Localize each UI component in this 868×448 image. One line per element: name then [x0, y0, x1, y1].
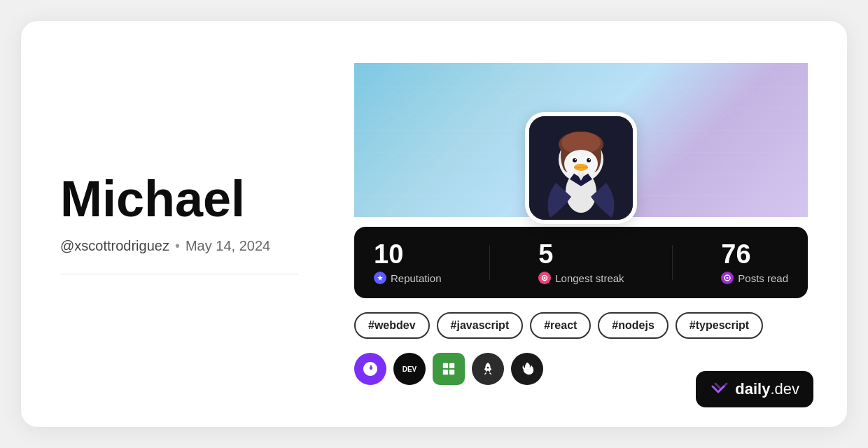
- svg-point-14: [589, 159, 590, 160]
- svg-rect-26: [449, 370, 454, 374]
- posts-read-value: 76: [721, 241, 788, 267]
- svg-marker-18: [377, 275, 383, 281]
- user-meta: @xscottrodriguez • May 14, 2024: [60, 238, 298, 254]
- profile-card: Michael @xscottrodriguez • May 14, 2024: [21, 21, 847, 427]
- divider: [60, 274, 298, 274]
- left-section: Michael @xscottrodriguez • May 14, 2024: [60, 174, 298, 274]
- stat-divider-2: [672, 245, 673, 280]
- join-date: May 14, 2024: [186, 238, 270, 254]
- avatar-wrapper: [525, 112, 637, 224]
- source-producthunt[interactable]: [354, 353, 386, 385]
- tags-section: #webdev #javascript #react #nodejs #type…: [354, 312, 808, 339]
- svg-point-12: [587, 158, 591, 162]
- stats-bar: 10 Reputation 5 Longest: [354, 227, 808, 298]
- reputation-icon: [374, 272, 386, 284]
- avatar-background: [525, 112, 637, 224]
- streak-label: Longest streak: [555, 272, 624, 284]
- stat-posts-read: 76 Posts read: [721, 241, 788, 284]
- avatar-mascot-svg: [529, 116, 633, 220]
- user-name: Michael: [60, 174, 298, 224]
- daily-dev-logo-icon: [710, 379, 729, 399]
- right-section: 10 Reputation 5 Longest: [354, 63, 808, 385]
- user-handle: @xscottrodriguez: [60, 238, 169, 254]
- source-freecodecamp[interactable]: [511, 353, 543, 385]
- avatar: [529, 116, 633, 220]
- svg-point-20: [544, 277, 546, 279]
- streak-icon: [538, 272, 551, 284]
- reputation-label: Reputation: [391, 272, 442, 284]
- svg-rect-23: [443, 363, 448, 368]
- tag-javascript[interactable]: #javascript: [437, 312, 524, 339]
- source-hackernews[interactable]: [433, 353, 465, 385]
- svg-point-11: [573, 158, 577, 162]
- tag-typescript[interactable]: #typescript: [676, 312, 763, 339]
- profile-banner: [354, 63, 808, 217]
- svg-point-22: [727, 277, 729, 279]
- posts-read-icon: [721, 272, 734, 284]
- svg-point-13: [575, 159, 576, 160]
- stat-divider-1: [489, 245, 490, 280]
- daily-logo-text: daily.dev: [735, 380, 799, 398]
- posts-read-label-row: Posts read: [721, 272, 788, 284]
- reputation-value: 10: [374, 241, 442, 267]
- reputation-label-row: Reputation: [374, 272, 442, 284]
- svg-rect-24: [449, 363, 454, 368]
- source-devto[interactable]: DEV: [393, 353, 426, 385]
- streak-value: 5: [538, 241, 624, 267]
- stat-streak: 5 Longest streak: [538, 241, 624, 284]
- posts-read-label: Posts read: [738, 272, 788, 284]
- svg-rect-25: [443, 370, 448, 374]
- tag-webdev[interactable]: #webdev: [354, 312, 430, 339]
- stat-reputation: 10 Reputation: [374, 241, 442, 284]
- meta-separator: •: [175, 238, 180, 254]
- profile-visual: 10 Reputation 5 Longest: [354, 63, 808, 298]
- tag-nodejs[interactable]: #nodejs: [598, 312, 668, 339]
- tag-react[interactable]: #react: [530, 312, 591, 339]
- daily-dev-logo: daily.dev: [696, 371, 813, 407]
- streak-label-row: Longest streak: [538, 272, 624, 284]
- source-rocket[interactable]: [472, 353, 504, 385]
